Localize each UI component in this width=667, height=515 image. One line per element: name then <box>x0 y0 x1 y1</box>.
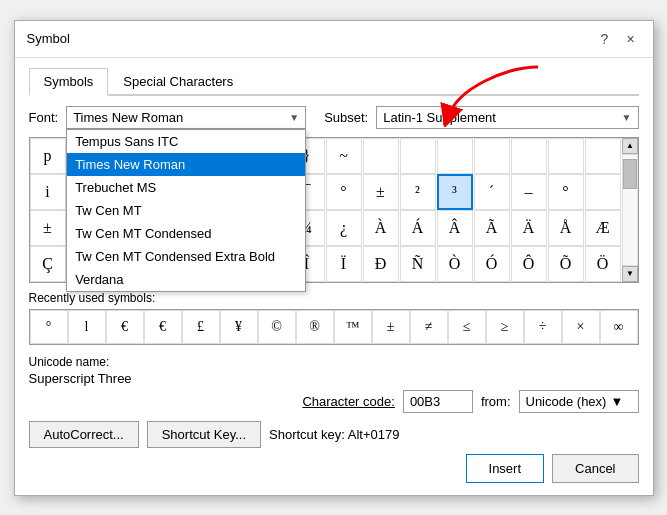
symbol-cell-1-13[interactable]: – <box>511 174 547 210</box>
recent-cell-4[interactable]: £ <box>182 310 220 344</box>
autocorrect-button[interactable]: AutoCorrect... <box>29 421 139 448</box>
unicode-section: Unicode name: Superscript Three <box>29 355 639 386</box>
symbol-cell-0-15[interactable] <box>585 138 621 174</box>
symbol-cell-1-0[interactable]: i <box>30 174 66 210</box>
symbol-cell-3-9[interactable]: Ð <box>363 246 399 282</box>
symbol-cell-1-10[interactable]: ² <box>400 174 436 210</box>
symbol-cell-3-11[interactable]: Ò <box>437 246 473 282</box>
symbol-cell-0-14[interactable] <box>548 138 584 174</box>
recent-cell-2[interactable]: € <box>106 310 144 344</box>
recent-cell-14[interactable]: × <box>562 310 600 344</box>
recent-cell-13[interactable]: ÷ <box>524 310 562 344</box>
symbol-cell-2-8[interactable]: ¿ <box>326 210 362 246</box>
symbol-cell-1-9[interactable]: ± <box>363 174 399 210</box>
subset-selected-value: Latin-1 Supplement <box>383 110 496 125</box>
symbol-cell-3-14[interactable]: Õ <box>548 246 584 282</box>
symbol-cell-2-12[interactable]: Ã <box>474 210 510 246</box>
dialog-title: Symbol <box>27 31 70 46</box>
symbol-cell-2-14[interactable]: Å <box>548 210 584 246</box>
scrollbar-thumb[interactable] <box>623 159 637 189</box>
symbol-cell-0-11[interactable] <box>437 138 473 174</box>
symbol-scrollbar[interactable]: ▲ ▼ <box>622 138 638 282</box>
symbol-cell-3-8[interactable]: Ï <box>326 246 362 282</box>
symbol-cell-0-9[interactable] <box>363 138 399 174</box>
recent-cell-8[interactable]: ™ <box>334 310 372 344</box>
help-button[interactable]: ? <box>595 29 615 49</box>
char-code-row: Character code: from: Unicode (hex) ▼ <box>29 390 639 413</box>
recently-used-grid: ° l € € £ ¥ © ® ™ ± ≠ ≤ ≥ ÷ × ∞ <box>29 309 639 345</box>
symbol-cell-1-15[interactable] <box>585 174 621 210</box>
symbol-cell-0-8[interactable]: ~ <box>326 138 362 174</box>
symbol-cell-1-8[interactable]: ° <box>326 174 362 210</box>
symbol-cell-3-12[interactable]: Ó <box>474 246 510 282</box>
cancel-button[interactable]: Cancel <box>552 454 638 483</box>
symbol-cell-2-15[interactable]: Æ <box>585 210 621 246</box>
char-code-label[interactable]: Character code: <box>302 394 395 409</box>
from-label: from: <box>481 394 511 409</box>
close-button[interactable]: × <box>621 29 641 49</box>
symbol-dialog: Symbol ? × Symbols Special Characters Fo… <box>14 20 654 496</box>
font-dropdown-list: Tempus Sans ITC Times New Roman Trebuche… <box>66 129 306 292</box>
symbol-cell-0-10[interactable] <box>400 138 436 174</box>
symbol-cell-2-13[interactable]: Ä <box>511 210 547 246</box>
subset-dropdown-arrow: ▼ <box>622 112 632 123</box>
recent-cell-1[interactable]: l <box>68 310 106 344</box>
font-item-1[interactable]: Times New Roman <box>67 153 305 176</box>
recent-cell-6[interactable]: © <box>258 310 296 344</box>
font-item-2[interactable]: Trebuchet MS <box>67 176 305 199</box>
font-item-5[interactable]: Tw Cen MT Condensed Extra Bold <box>67 245 305 268</box>
char-code-input[interactable] <box>403 390 473 413</box>
font-item-0[interactable]: Tempus Sans ITC <box>67 130 305 153</box>
tab-symbols[interactable]: Symbols <box>29 68 109 96</box>
recent-cell-3[interactable]: € <box>144 310 182 344</box>
recent-cell-0[interactable]: ° <box>30 310 68 344</box>
from-dropdown-arrow: ▼ <box>610 394 623 409</box>
shortcut-key-button[interactable]: Shortcut Key... <box>147 421 261 448</box>
symbol-cell-0-0[interactable]: p <box>30 138 66 174</box>
unicode-name-value: Superscript Three <box>29 371 639 386</box>
recently-used-label: Recently used symbols: <box>29 291 639 305</box>
recent-cell-12[interactable]: ≥ <box>486 310 524 344</box>
scrollbar-track[interactable] <box>622 154 638 266</box>
symbol-cell-3-0[interactable]: Ç <box>30 246 66 282</box>
recent-cell-7[interactable]: ® <box>296 310 334 344</box>
font-selected-value: Times New Roman <box>73 110 183 125</box>
unicode-name-label: Unicode name: <box>29 355 639 369</box>
font-subset-row: Font: Times New Roman ▼ Tempus Sans ITC … <box>29 106 639 129</box>
symbol-cell-3-15[interactable]: Ö <box>585 246 621 282</box>
shortcut-display: Shortcut key: Alt+0179 <box>269 427 399 442</box>
recent-cell-10[interactable]: ≠ <box>410 310 448 344</box>
font-item-3[interactable]: Tw Cen MT <box>67 199 305 222</box>
subset-select[interactable]: Latin-1 Supplement ▼ <box>376 106 638 129</box>
dialog-body: Symbols Special Characters Font: Times N… <box>15 58 653 495</box>
font-item-4[interactable]: Tw Cen MT Condensed <box>67 222 305 245</box>
title-bar: Symbol ? × <box>15 21 653 58</box>
font-dropdown-arrow: ▼ <box>289 112 299 123</box>
symbol-cell-0-12[interactable] <box>474 138 510 174</box>
symbol-cell-2-10[interactable]: Á <box>400 210 436 246</box>
symbol-cell-2-11[interactable]: Â <box>437 210 473 246</box>
tabs-container: Symbols Special Characters <box>29 68 639 96</box>
font-label: Font: <box>29 110 59 125</box>
symbol-cell-1-14[interactable]: ° <box>548 174 584 210</box>
symbol-cell-0-13[interactable] <box>511 138 547 174</box>
bottom-row: Insert Cancel <box>29 454 639 483</box>
font-select[interactable]: Times New Roman ▼ <box>66 106 306 129</box>
symbol-cell-2-0[interactable]: ± <box>30 210 66 246</box>
tab-special-characters[interactable]: Special Characters <box>108 68 248 94</box>
scrollbar-up-btn[interactable]: ▲ <box>622 138 638 154</box>
scrollbar-down-btn[interactable]: ▼ <box>622 266 638 282</box>
insert-button[interactable]: Insert <box>466 454 545 483</box>
recent-cell-9[interactable]: ± <box>372 310 410 344</box>
from-selected-value: Unicode (hex) <box>526 394 607 409</box>
symbol-cell-1-12[interactable]: ´ <box>474 174 510 210</box>
symbol-cell-2-9[interactable]: À <box>363 210 399 246</box>
recent-cell-15[interactable]: ∞ <box>600 310 638 344</box>
symbol-cell-3-10[interactable]: Ñ <box>400 246 436 282</box>
recent-cell-11[interactable]: ≤ <box>448 310 486 344</box>
font-item-6[interactable]: Verdana <box>67 268 305 291</box>
from-select[interactable]: Unicode (hex) ▼ <box>519 390 639 413</box>
recent-cell-5[interactable]: ¥ <box>220 310 258 344</box>
symbol-cell-3-13[interactable]: Ô <box>511 246 547 282</box>
symbol-cell-1-11[interactable]: ³ <box>437 174 473 210</box>
